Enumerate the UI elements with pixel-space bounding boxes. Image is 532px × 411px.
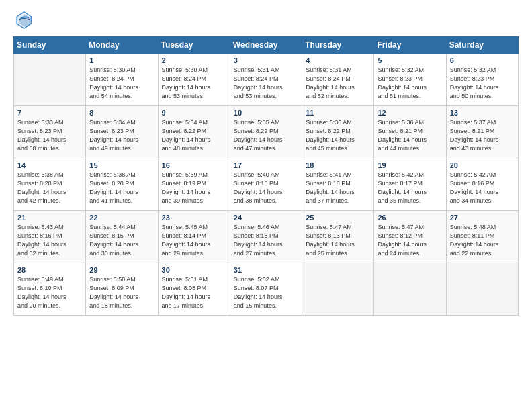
calendar-cell: 20Sunrise: 5:42 AMSunset: 8:16 PMDayligh… — [446, 158, 518, 211]
day-info: Sunrise: 5:36 AMSunset: 8:22 PMDaylight:… — [306, 118, 371, 153]
day-number: 19 — [378, 161, 443, 169]
day-number: 6 — [450, 56, 515, 64]
day-info: Sunrise: 5:33 AMSunset: 8:23 PMDaylight:… — [17, 118, 83, 153]
calendar-cell: 9Sunrise: 5:34 AMSunset: 8:22 PMDaylight… — [158, 106, 230, 158]
day-number: 9 — [162, 109, 227, 117]
day-info: Sunrise: 5:44 AMSunset: 8:15 PMDaylight:… — [89, 223, 154, 258]
weekday-header-tuesday: Tuesday — [158, 37, 230, 54]
logo — [13, 11, 35, 30]
day-info: Sunrise: 5:35 AMSunset: 8:22 PMDaylight:… — [234, 118, 299, 153]
day-number: 28 — [17, 266, 83, 274]
calendar-week-row: 14Sunrise: 5:38 AMSunset: 8:20 PMDayligh… — [14, 158, 519, 211]
day-info: Sunrise: 5:48 AMSunset: 8:11 PMDaylight:… — [450, 223, 515, 258]
calendar-cell: 26Sunrise: 5:47 AMSunset: 8:12 PMDayligh… — [374, 211, 446, 263]
calendar-cell: 21Sunrise: 5:43 AMSunset: 8:16 PMDayligh… — [14, 211, 86, 263]
calendar-week-row: 21Sunrise: 5:43 AMSunset: 8:16 PMDayligh… — [14, 211, 519, 263]
day-number: 29 — [89, 266, 154, 274]
logo-icon — [13, 11, 32, 30]
calendar-cell: 28Sunrise: 5:49 AMSunset: 8:10 PMDayligh… — [14, 263, 86, 316]
calendar-cell: 6Sunrise: 5:32 AMSunset: 8:23 PMDaylight… — [446, 54, 518, 106]
day-number: 25 — [306, 214, 371, 222]
calendar-cell: 12Sunrise: 5:36 AMSunset: 8:21 PMDayligh… — [374, 106, 446, 158]
day-info: Sunrise: 5:39 AMSunset: 8:19 PMDaylight:… — [162, 171, 227, 205]
calendar-cell: 10Sunrise: 5:35 AMSunset: 8:22 PMDayligh… — [230, 106, 302, 158]
day-number: 11 — [306, 109, 371, 117]
day-info: Sunrise: 5:43 AMSunset: 8:16 PMDaylight:… — [17, 223, 83, 258]
day-number: 3 — [234, 56, 299, 64]
calendar-cell — [446, 263, 518, 316]
day-number: 14 — [17, 161, 83, 169]
day-info: Sunrise: 5:46 AMSunset: 8:13 PMDaylight:… — [234, 223, 299, 258]
day-info: Sunrise: 5:37 AMSunset: 8:21 PMDaylight:… — [450, 118, 515, 153]
day-info: Sunrise: 5:34 AMSunset: 8:22 PMDaylight:… — [162, 118, 227, 153]
calendar-cell: 4Sunrise: 5:31 AMSunset: 8:24 PMDaylight… — [302, 54, 374, 106]
day-number: 24 — [234, 214, 299, 222]
day-number: 26 — [378, 214, 443, 222]
day-info: Sunrise: 5:30 AMSunset: 8:24 PMDaylight:… — [89, 66, 154, 101]
weekday-header-friday: Friday — [374, 37, 446, 54]
day-number: 10 — [234, 109, 299, 117]
calendar-cell: 25Sunrise: 5:47 AMSunset: 8:13 PMDayligh… — [302, 211, 374, 263]
day-info: Sunrise: 5:38 AMSunset: 8:20 PMDaylight:… — [89, 171, 154, 205]
day-number: 17 — [234, 161, 299, 169]
calendar-cell: 15Sunrise: 5:38 AMSunset: 8:20 PMDayligh… — [86, 158, 158, 211]
day-info: Sunrise: 5:34 AMSunset: 8:23 PMDaylight:… — [89, 118, 154, 153]
day-info: Sunrise: 5:38 AMSunset: 8:20 PMDaylight:… — [17, 171, 83, 205]
calendar-cell: 23Sunrise: 5:45 AMSunset: 8:14 PMDayligh… — [158, 211, 230, 263]
calendar-week-row: 1Sunrise: 5:30 AMSunset: 8:24 PMDaylight… — [14, 54, 519, 106]
day-info: Sunrise: 5:42 AMSunset: 8:16 PMDaylight:… — [450, 171, 515, 205]
day-info: Sunrise: 5:50 AMSunset: 8:09 PMDaylight:… — [89, 275, 154, 310]
day-number: 7 — [17, 109, 83, 117]
calendar-week-row: 28Sunrise: 5:49 AMSunset: 8:10 PMDayligh… — [14, 263, 519, 316]
weekday-header-sunday: Sunday — [14, 37, 86, 54]
calendar-cell: 16Sunrise: 5:39 AMSunset: 8:19 PMDayligh… — [158, 158, 230, 211]
day-number: 21 — [17, 214, 83, 222]
day-number: 18 — [306, 161, 371, 169]
calendar-cell: 22Sunrise: 5:44 AMSunset: 8:15 PMDayligh… — [86, 211, 158, 263]
day-number: 1 — [89, 56, 154, 64]
calendar-header-row: SundayMondayTuesdayWednesdayThursdayFrid… — [14, 37, 519, 54]
day-info: Sunrise: 5:36 AMSunset: 8:21 PMDaylight:… — [378, 118, 443, 153]
day-number: 15 — [89, 161, 154, 169]
header — [13, 11, 519, 30]
day-number: 30 — [162, 266, 227, 274]
day-info: Sunrise: 5:31 AMSunset: 8:24 PMDaylight:… — [306, 66, 371, 101]
calendar-cell: 8Sunrise: 5:34 AMSunset: 8:23 PMDaylight… — [86, 106, 158, 158]
day-info: Sunrise: 5:52 AMSunset: 8:07 PMDaylight:… — [234, 275, 299, 310]
calendar-cell — [374, 263, 446, 316]
calendar-cell — [302, 263, 374, 316]
day-number: 13 — [450, 109, 515, 117]
day-info: Sunrise: 5:45 AMSunset: 8:14 PMDaylight:… — [162, 223, 227, 258]
day-info: Sunrise: 5:32 AMSunset: 8:23 PMDaylight:… — [450, 66, 515, 101]
day-info: Sunrise: 5:40 AMSunset: 8:18 PMDaylight:… — [234, 171, 299, 205]
day-info: Sunrise: 5:42 AMSunset: 8:17 PMDaylight:… — [378, 171, 443, 205]
page: SundayMondayTuesdayWednesdayThursdayFrid… — [0, 0, 532, 322]
day-info: Sunrise: 5:51 AMSunset: 8:08 PMDaylight:… — [162, 275, 227, 310]
day-info: Sunrise: 5:47 AMSunset: 8:12 PMDaylight:… — [378, 223, 443, 258]
calendar-cell: 3Sunrise: 5:31 AMSunset: 8:24 PMDaylight… — [230, 54, 302, 106]
calendar-table: SundayMondayTuesdayWednesdayThursdayFrid… — [13, 36, 519, 316]
day-number: 31 — [234, 266, 299, 274]
calendar-cell: 19Sunrise: 5:42 AMSunset: 8:17 PMDayligh… — [374, 158, 446, 211]
calendar-cell: 18Sunrise: 5:41 AMSunset: 8:18 PMDayligh… — [302, 158, 374, 211]
day-number: 12 — [378, 109, 443, 117]
day-number: 4 — [306, 56, 371, 64]
day-number: 2 — [162, 56, 227, 64]
day-info: Sunrise: 5:32 AMSunset: 8:23 PMDaylight:… — [378, 66, 443, 101]
day-info: Sunrise: 5:30 AMSunset: 8:24 PMDaylight:… — [162, 66, 227, 101]
calendar-cell: 13Sunrise: 5:37 AMSunset: 8:21 PMDayligh… — [446, 106, 518, 158]
day-info: Sunrise: 5:31 AMSunset: 8:24 PMDaylight:… — [234, 66, 299, 101]
day-number: 20 — [450, 161, 515, 169]
calendar-cell: 24Sunrise: 5:46 AMSunset: 8:13 PMDayligh… — [230, 211, 302, 263]
day-number: 27 — [450, 214, 515, 222]
weekday-header-wednesday: Wednesday — [230, 37, 302, 54]
calendar-cell: 29Sunrise: 5:50 AMSunset: 8:09 PMDayligh… — [86, 263, 158, 316]
calendar-cell: 27Sunrise: 5:48 AMSunset: 8:11 PMDayligh… — [446, 211, 518, 263]
day-info: Sunrise: 5:41 AMSunset: 8:18 PMDaylight:… — [306, 171, 371, 205]
day-number: 22 — [89, 214, 154, 222]
calendar-cell: 14Sunrise: 5:38 AMSunset: 8:20 PMDayligh… — [14, 158, 86, 211]
day-number: 5 — [378, 56, 443, 64]
calendar-cell: 11Sunrise: 5:36 AMSunset: 8:22 PMDayligh… — [302, 106, 374, 158]
calendar-week-row: 7Sunrise: 5:33 AMSunset: 8:23 PMDaylight… — [14, 106, 519, 158]
calendar-cell: 30Sunrise: 5:51 AMSunset: 8:08 PMDayligh… — [158, 263, 230, 316]
